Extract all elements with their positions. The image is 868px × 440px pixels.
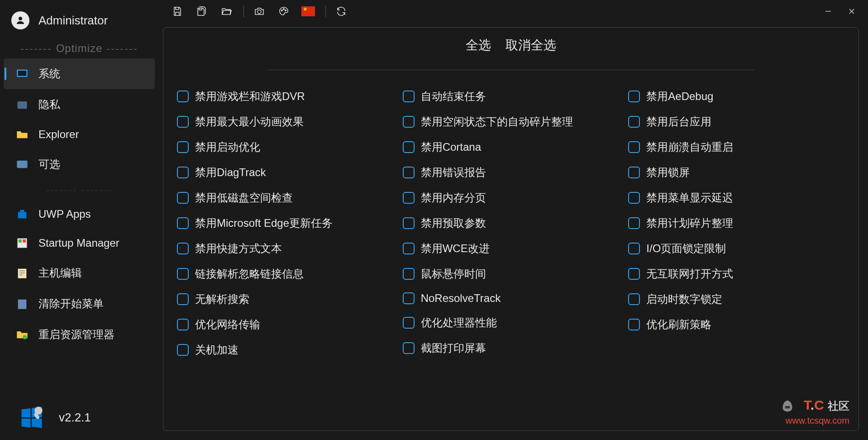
option-disable-boot-opt[interactable]: 禁用启动优化 bbox=[177, 134, 394, 160]
checkbox[interactable] bbox=[177, 268, 189, 280]
checkbox[interactable] bbox=[628, 116, 640, 128]
option-disable-crash-restart[interactable]: 禁用崩溃自动重启 bbox=[628, 134, 845, 160]
option-disable-wce[interactable]: 禁用WCE改进 bbox=[403, 236, 620, 261]
open-folder-icon bbox=[221, 6, 232, 17]
checkbox[interactable] bbox=[177, 91, 189, 102]
option-label: 鼠标悬停时间 bbox=[421, 267, 486, 281]
option-disable-paging[interactable]: 禁用内存分页 bbox=[403, 185, 620, 210]
app-logo-icon bbox=[18, 404, 45, 431]
option-disable-edge-update[interactable]: 禁用Microsoft Edge更新任务 bbox=[177, 210, 394, 236]
checkbox[interactable] bbox=[403, 342, 415, 354]
option-optimize-refresh[interactable]: 优化刷新策略 bbox=[628, 312, 845, 337]
save-button[interactable] bbox=[167, 1, 187, 21]
checkbox[interactable] bbox=[628, 319, 640, 330]
theme-button[interactable] bbox=[274, 1, 294, 21]
option-no-resolve-search[interactable]: 无解析搜索 bbox=[177, 287, 394, 312]
option-disable-background-apps[interactable]: 禁用后台应用 bbox=[628, 109, 845, 134]
screenshot-button[interactable] bbox=[249, 1, 269, 21]
nav-item-privacy[interactable]: 隐私 bbox=[0, 89, 158, 120]
checkbox[interactable] bbox=[177, 319, 189, 330]
option-mouse-hover-time[interactable]: 鼠标悬停时间 bbox=[403, 261, 620, 287]
checkbox[interactable] bbox=[628, 192, 640, 204]
close-button[interactable] bbox=[840, 1, 863, 21]
option-disable-scheduled-defrag[interactable]: 禁用计划碎片整理 bbox=[628, 210, 845, 236]
nav-item-system[interactable]: 系统 bbox=[4, 58, 155, 89]
separator bbox=[243, 5, 244, 17]
checkbox[interactable] bbox=[177, 344, 189, 356]
checkbox[interactable] bbox=[628, 217, 640, 229]
language-button[interactable] bbox=[298, 1, 318, 21]
option-disable-error-report[interactable]: 禁用错误报告 bbox=[403, 160, 620, 185]
option-disable-diagtrack[interactable]: 禁用DiagTrack bbox=[177, 160, 394, 185]
open-button[interactable] bbox=[216, 1, 236, 21]
save-all-button[interactable] bbox=[192, 1, 212, 21]
checkbox[interactable] bbox=[403, 167, 415, 178]
separator bbox=[325, 5, 326, 17]
checkbox[interactable] bbox=[628, 167, 640, 178]
option-disable-game-bar[interactable]: 禁用游戏栏和游戏DVR bbox=[177, 84, 394, 109]
option-disable-lockscreen[interactable]: 禁用锁屏 bbox=[628, 160, 845, 185]
nav-item-startup-manager[interactable]: Startup Manager bbox=[0, 229, 158, 258]
refresh-button[interactable] bbox=[331, 1, 351, 21]
checkbox[interactable] bbox=[403, 317, 415, 329]
checkbox[interactable] bbox=[403, 91, 415, 102]
option-disable-aedebug[interactable]: 禁用AeDebug bbox=[628, 84, 845, 109]
option-no-internet-open-with[interactable]: 无互联网打开方式 bbox=[628, 261, 845, 287]
restart-folder-icon bbox=[16, 328, 29, 341]
option-io-page-lock-limit[interactable]: I/O页面锁定限制 bbox=[628, 236, 845, 261]
option-shutdown-speedup[interactable]: 关机加速 bbox=[177, 337, 394, 363]
checkbox[interactable] bbox=[177, 192, 189, 204]
option-auto-end-tasks[interactable]: 自动结束任务 bbox=[403, 84, 620, 109]
store-icon bbox=[16, 208, 29, 220]
checkbox[interactable] bbox=[177, 217, 189, 229]
option-screenshot-printscreen[interactable]: 截图打印屏幕 bbox=[403, 335, 620, 361]
svg-rect-7 bbox=[23, 239, 26, 243]
option-label: 自动结束任务 bbox=[421, 89, 486, 104]
option-disable-idle-defrag[interactable]: 禁用空闲状态下的自动碎片整理 bbox=[403, 109, 620, 134]
option-link-resolve-ignore[interactable]: 链接解析忽略链接信息 bbox=[177, 261, 394, 287]
checkbox[interactable] bbox=[628, 141, 640, 153]
minimize-button[interactable] bbox=[816, 1, 840, 21]
checkbox[interactable] bbox=[177, 167, 189, 178]
checkbox[interactable] bbox=[177, 141, 189, 153]
checkbox[interactable] bbox=[177, 293, 189, 305]
minimize-icon bbox=[825, 8, 832, 15]
checkbox[interactable] bbox=[403, 243, 415, 254]
svg-point-16 bbox=[285, 10, 286, 11]
option-disable-prefetch[interactable]: 禁用预取参数 bbox=[403, 210, 620, 236]
checkbox[interactable] bbox=[628, 91, 640, 102]
option-no-resolve-track[interactable]: NoResolveTrack bbox=[403, 287, 620, 310]
option-disable-menu-delay[interactable]: 禁用菜单显示延迟 bbox=[628, 185, 845, 210]
nav-item-host-edit[interactable]: 主机编辑 bbox=[0, 258, 158, 288]
user-row: Administrator bbox=[0, 7, 158, 38]
checkbox[interactable] bbox=[177, 243, 189, 254]
checkbox[interactable] bbox=[628, 293, 640, 305]
option-optimize-processor[interactable]: 优化处理器性能 bbox=[403, 310, 620, 335]
nav-item-uwp-apps[interactable]: UWP Apps bbox=[0, 200, 158, 229]
option-disable-low-disk-check[interactable]: 禁用低磁盘空间检查 bbox=[177, 185, 394, 210]
checkbox[interactable] bbox=[628, 243, 640, 254]
user-icon bbox=[15, 15, 26, 26]
nav-item-restart-explorer[interactable]: 重启资源管理器 bbox=[0, 319, 158, 350]
checkbox[interactable] bbox=[177, 116, 189, 128]
checkbox[interactable] bbox=[403, 192, 415, 204]
checkbox[interactable] bbox=[628, 268, 640, 280]
option-label: 禁用内存分页 bbox=[421, 191, 486, 205]
startup-icon bbox=[16, 237, 29, 249]
option-numlock-on-boot[interactable]: 启动时数字锁定 bbox=[628, 287, 845, 312]
nav-item-explorer[interactable]: Explorer bbox=[0, 120, 158, 149]
deselect-all-button[interactable]: 取消全选 bbox=[506, 38, 556, 52]
nav-item-clear-start[interactable]: 清除开始菜单 bbox=[0, 288, 158, 319]
option-disable-shortcut-text[interactable]: 禁用快捷方式文本 bbox=[177, 236, 394, 261]
checkbox[interactable] bbox=[403, 116, 415, 128]
option-disable-cortana[interactable]: 禁用Cortana bbox=[403, 134, 620, 160]
checkbox[interactable] bbox=[403, 217, 415, 229]
nav-item-optional[interactable]: 可选 bbox=[0, 149, 158, 180]
checkbox[interactable] bbox=[403, 268, 415, 280]
checkbox[interactable] bbox=[403, 141, 415, 153]
titlebar bbox=[158, 0, 868, 23]
option-disable-minmax-anim[interactable]: 禁用最大最小动画效果 bbox=[177, 109, 394, 134]
checkbox[interactable] bbox=[403, 292, 415, 304]
option-optimize-network[interactable]: 优化网络传输 bbox=[177, 312, 394, 337]
select-all-button[interactable]: 全选 bbox=[466, 38, 491, 52]
